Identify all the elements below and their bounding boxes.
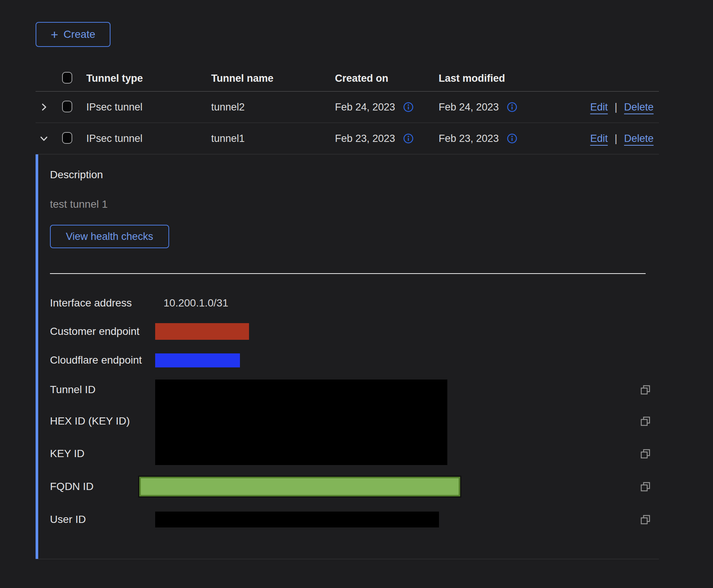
select-all-checkbox[interactable] xyxy=(62,72,72,84)
row-actions: Edit | Delete xyxy=(542,101,659,113)
user-id-redacted-value xyxy=(155,512,439,527)
created-on-cell: Feb 23, 2023 xyxy=(335,133,439,145)
copy-key-id-button[interactable] xyxy=(632,448,659,459)
chevron-down-icon xyxy=(39,133,49,144)
info-icon[interactable] xyxy=(403,133,414,144)
header-checkbox-cell xyxy=(62,72,86,85)
fqdn-id-redacted-value xyxy=(139,477,460,496)
cloudflare-endpoint-label: Cloudflare endpoint xyxy=(50,354,155,366)
tunnel-type-cell: IPsec tunnel xyxy=(86,101,211,113)
collapse-row-button[interactable] xyxy=(36,133,62,144)
tunnel-name-cell: tunnel2 xyxy=(211,101,335,113)
expanded-row-details: Description test tunnel 1 View health ch… xyxy=(36,154,659,559)
last-modified-value: Feb 23, 2023 xyxy=(439,133,499,145)
info-icon[interactable] xyxy=(506,133,518,144)
row-checkbox-cell xyxy=(62,132,86,145)
details-divider xyxy=(50,273,646,274)
description-label: Description xyxy=(50,169,659,181)
id-values-redacted-block xyxy=(155,380,447,465)
header-tunnel-type: Tunnel type xyxy=(86,73,211,84)
delete-link[interactable]: Delete xyxy=(624,133,654,145)
edit-link[interactable]: Edit xyxy=(590,133,608,145)
copy-hex-id-button[interactable] xyxy=(632,415,659,427)
table-row: IPsec tunnel tunnel2 Feb 24, 2023 Feb 24… xyxy=(36,92,659,123)
tunnels-table: Tunnel type Tunnel name Created on Last … xyxy=(36,66,659,559)
tunnel-id-label: Tunnel ID xyxy=(50,384,155,396)
actions-separator: | xyxy=(615,133,617,145)
info-icon[interactable] xyxy=(506,101,518,113)
cloudflare-endpoint-redacted-value xyxy=(155,353,240,367)
row-actions: Edit | Delete xyxy=(542,133,659,145)
last-modified-cell: Feb 23, 2023 xyxy=(439,133,542,145)
created-on-cell: Feb 24, 2023 xyxy=(335,101,439,113)
tunnels-page: + Create Tunnel type Tunnel name Created… xyxy=(0,0,713,588)
hex-id-label: HEX ID (KEY ID) xyxy=(50,415,155,427)
tunnel-name-cell: tunnel1 xyxy=(211,133,335,145)
table-row: IPsec tunnel tunnel1 Feb 23, 2023 Feb 23… xyxy=(36,123,659,154)
tunnel-type-cell: IPsec tunnel xyxy=(86,133,211,145)
key-id-label: KEY ID xyxy=(50,448,155,460)
row-checkbox-cell xyxy=(62,101,86,114)
expanded-row-accent-bar xyxy=(36,154,38,559)
last-modified-value: Feb 24, 2023 xyxy=(439,101,499,113)
last-modified-cell: Feb 24, 2023 xyxy=(439,101,542,113)
header-tunnel-name: Tunnel name xyxy=(211,73,335,84)
copy-fqdn-id-button[interactable] xyxy=(632,481,659,492)
view-health-checks-button[interactable]: View health checks xyxy=(50,225,169,248)
copy-icon xyxy=(640,448,651,459)
header-created-on: Created on xyxy=(335,73,439,84)
created-on-value: Feb 24, 2023 xyxy=(335,101,395,113)
interface-address-label: Interface address xyxy=(50,297,155,309)
user-id-label: User ID xyxy=(50,513,155,526)
plus-icon: + xyxy=(51,28,58,41)
chevron-right-icon xyxy=(39,102,49,112)
edit-link[interactable]: Edit xyxy=(590,101,608,113)
create-button[interactable]: + Create xyxy=(36,22,111,47)
row-checkbox[interactable] xyxy=(62,101,72,112)
expand-row-button[interactable] xyxy=(36,102,62,112)
copy-icon xyxy=(640,415,651,427)
create-button-label: Create xyxy=(64,28,95,40)
delete-link[interactable]: Delete xyxy=(624,101,654,113)
copy-icon xyxy=(640,481,651,492)
customer-endpoint-label: Customer endpoint xyxy=(50,325,155,338)
actions-separator: | xyxy=(615,101,617,113)
copy-icon xyxy=(640,384,651,395)
created-on-value: Feb 23, 2023 xyxy=(335,133,395,145)
description-value: test tunnel 1 xyxy=(50,198,659,210)
copy-icon xyxy=(640,514,651,525)
interface-address-value: 10.200.1.0/31 xyxy=(163,297,632,309)
tunnel-details-fields: Interface address 10.200.1.0/31 Customer… xyxy=(50,289,659,536)
header-last-modified: Last modified xyxy=(439,73,542,84)
copy-tunnel-id-button[interactable] xyxy=(632,384,659,395)
copy-user-id-button[interactable] xyxy=(632,514,659,525)
info-icon[interactable] xyxy=(403,101,414,113)
table-header-row: Tunnel type Tunnel name Created on Last … xyxy=(36,66,659,92)
customer-endpoint-redacted-value xyxy=(155,323,249,340)
row-checkbox[interactable] xyxy=(62,132,72,144)
